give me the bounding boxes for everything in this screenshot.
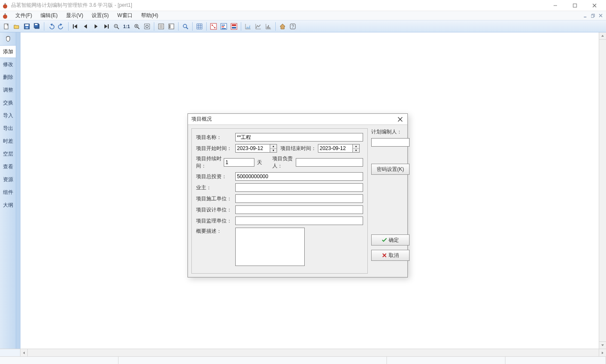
close-button[interactable] <box>585 0 604 11</box>
password-settings-button[interactable]: 密码设置(K) <box>371 164 410 175</box>
zoom-11-button[interactable]: 1:1 <box>122 22 131 31</box>
svg-marker-63 <box>246 25 250 29</box>
menu-help[interactable]: 帮助(H) <box>137 11 163 20</box>
tool-resource[interactable]: 资源 <box>0 173 16 186</box>
save-all-icon[interactable] <box>32 22 42 31</box>
redo-icon[interactable] <box>57 22 66 31</box>
menu-view[interactable]: 显示(V) <box>62 11 87 20</box>
spin-down-icon[interactable]: ▼ <box>270 149 277 153</box>
svg-rect-57 <box>222 25 225 26</box>
project-name-input[interactable] <box>235 133 363 142</box>
designer-input[interactable] <box>235 205 363 214</box>
save-icon[interactable] <box>22 22 32 31</box>
ok-button[interactable]: 确定 <box>371 234 410 246</box>
spin-up-icon[interactable]: ▲ <box>353 144 359 149</box>
doc-restore-icon[interactable] <box>590 13 597 19</box>
tool-component[interactable]: 组件 <box>0 186 16 199</box>
nav-first-icon[interactable] <box>71 22 80 31</box>
minimize-button[interactable] <box>545 0 565 11</box>
svg-rect-47 <box>197 24 202 29</box>
svg-marker-24 <box>84 24 87 29</box>
scroll-down-icon[interactable] <box>599 341 606 349</box>
open-file-icon[interactable] <box>12 22 21 31</box>
svg-rect-26 <box>108 24 109 29</box>
spin-up-icon[interactable]: ▲ <box>270 144 277 149</box>
grid-icon[interactable] <box>195 22 204 31</box>
planner-input[interactable] <box>371 138 410 147</box>
chart2-icon[interactable] <box>254 22 263 31</box>
list-icon[interactable] <box>167 22 176 31</box>
spin-down-icon[interactable]: ▼ <box>353 149 359 153</box>
tool-modify[interactable]: 修改 <box>0 58 16 71</box>
menu-window[interactable]: W窗口 <box>113 11 136 20</box>
svg-line-32 <box>138 27 139 29</box>
dialog-close-icon[interactable] <box>396 116 404 123</box>
end-date-input[interactable] <box>318 144 353 153</box>
start-date-spinner[interactable]: ▲▼ <box>270 144 277 153</box>
chart1-icon[interactable] <box>243 22 253 31</box>
dialog-title: 项目概况 <box>191 116 396 123</box>
tool-layer[interactable]: 空层 <box>0 147 16 160</box>
svg-rect-58 <box>222 26 224 27</box>
find-icon[interactable] <box>181 22 190 31</box>
scroll-up-icon[interactable] <box>599 32 606 40</box>
chart3-icon[interactable] <box>264 22 273 31</box>
mode-bar-icon[interactable] <box>219 22 228 31</box>
scroll-right-icon[interactable] <box>599 349 606 356</box>
dialog-right-column: 计划编制人： 密码设置(K) 确定 取消 <box>371 128 410 274</box>
maximize-button[interactable] <box>565 0 585 11</box>
vertical-scrollbar[interactable] <box>599 32 606 349</box>
tool-export[interactable]: 导出 <box>0 122 16 135</box>
svg-rect-22 <box>73 24 74 29</box>
undo-icon[interactable] <box>46 22 56 31</box>
app-icon-small <box>2 12 9 19</box>
mode-network-icon[interactable] <box>209 22 218 31</box>
home-icon[interactable] <box>278 22 287 31</box>
tool-view[interactable]: 查看 <box>0 160 16 173</box>
svg-marker-21 <box>60 23 62 26</box>
tool-swap[interactable]: 交换 <box>0 96 16 109</box>
end-date-spinner[interactable]: ▲▼ <box>353 144 360 153</box>
properties-icon[interactable] <box>156 22 166 31</box>
tool-hand[interactable] <box>0 32 16 45</box>
mode-mixed-icon[interactable] <box>229 22 239 31</box>
start-date-input[interactable] <box>235 144 270 153</box>
duration-input[interactable] <box>224 158 254 167</box>
zoom-fit-icon[interactable] <box>142 22 152 31</box>
menu-edit[interactable]: 编辑(E) <box>36 11 62 20</box>
menu-settings[interactable]: 设置(S) <box>87 11 113 20</box>
nav-next-icon[interactable] <box>91 22 101 31</box>
nav-last-icon[interactable] <box>101 22 111 31</box>
menu-file[interactable]: 文件(F) <box>11 11 36 20</box>
cancel-button-label: 取消 <box>389 252 399 259</box>
zoom-out-icon[interactable] <box>112 22 121 31</box>
doc-close-icon[interactable] <box>597 13 604 19</box>
scroll-left-icon[interactable] <box>20 349 28 356</box>
zoom-in-icon[interactable] <box>132 22 141 31</box>
help-icon[interactable]: ? <box>288 22 297 31</box>
owner-input[interactable] <box>235 183 363 192</box>
cancel-button[interactable]: 取消 <box>371 250 410 261</box>
dialog-title-bar[interactable]: 项目概况 <box>188 114 407 125</box>
tool-import[interactable]: 导入 <box>0 109 16 122</box>
supervisor-input[interactable] <box>235 217 363 225</box>
new-file-icon[interactable] <box>2 22 11 31</box>
investment-input[interactable] <box>235 172 363 181</box>
svg-point-0 <box>3 4 7 9</box>
tool-outline[interactable]: 大纲 <box>0 199 16 211</box>
svg-marker-70 <box>601 35 604 37</box>
tool-slack[interactable]: 时差 <box>0 135 16 147</box>
doc-minimize-icon[interactable] <box>582 13 589 19</box>
x-icon <box>382 253 387 258</box>
summary-textarea[interactable] <box>235 228 305 266</box>
tool-adjust[interactable]: 调整 <box>0 84 16 96</box>
tool-delete[interactable]: 删除 <box>0 71 16 84</box>
status-cell-4 <box>505 357 606 364</box>
svg-marker-23 <box>74 24 77 29</box>
tool-add[interactable]: 添加 <box>0 45 16 58</box>
label-planner: 计划编制人： <box>371 128 410 136</box>
nav-prev-icon[interactable] <box>81 22 90 31</box>
manager-input[interactable] <box>296 158 363 167</box>
hscroll-track[interactable] <box>28 349 599 356</box>
constructor-input[interactable] <box>235 194 363 203</box>
